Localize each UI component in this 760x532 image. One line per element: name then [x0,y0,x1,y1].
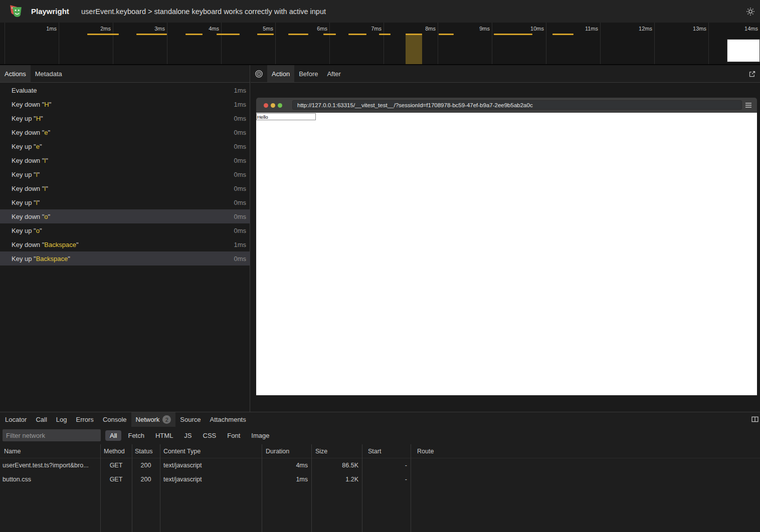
tab-before[interactable]: Before [294,65,322,82]
page-url: http://127.0.0.1:63315/__vitest_test__/?… [297,102,533,108]
trace-title: userEvent.keyboard > standalone keyboard… [81,0,326,23]
timeline-tick-label: 11ms [571,26,598,32]
actions-panel: ActionsMetadata Evaluate1msKey down "H"1… [0,65,250,412]
action-title: Key down "l" [12,157,48,164]
action-row[interactable]: Key down "e"0ms [0,125,250,139]
timeline-gridline [438,23,438,64]
timeline-gridline [329,23,330,64]
network-cell: GET [100,462,132,469]
tab-network[interactable]: Network2 [131,412,176,427]
timeline-tick-label: 1ms [30,26,57,32]
timeline-gridline [167,23,167,64]
action-title: Key down "Backspace" [12,241,79,248]
action-row[interactable]: Key down "o"0ms [0,209,250,223]
tab-attachments[interactable]: Attachments [205,412,250,427]
action-duration: 1ms [234,241,246,248]
filter-pill-js[interactable]: JS [179,430,196,441]
tab-label: Action [272,70,290,78]
filter-pill-css[interactable]: CSS [199,430,221,441]
tab-locator[interactable]: Locator [1,412,31,427]
timeline[interactable]: 1ms2ms3ms4ms5ms6ms7ms8ms9ms10ms11ms12ms1… [0,23,760,65]
timeline-tick-label: 8ms [409,26,436,32]
filter-pill-font[interactable]: Font [223,430,245,441]
action-title: Key down "o" [12,213,50,220]
filter-pill-image[interactable]: Image [247,430,274,441]
action-row[interactable]: Key up "e"0ms [0,139,250,153]
network-cell: userEvent.test.ts?import&bro... [0,462,100,469]
tab-action[interactable]: Action [267,65,294,82]
action-row[interactable]: Key up "Backspace"0ms [0,251,250,265]
action-row[interactable]: Key down "l"0ms [0,153,250,167]
tab-label: Metadata [35,70,62,78]
timeline-gridline [113,23,113,64]
tab-console[interactable]: Console [98,412,131,427]
action-duration: 0ms [234,199,246,206]
network-cell: 200 [132,462,160,469]
action-key: l [44,157,46,164]
page-text-input[interactable] [256,113,316,120]
tab-metadata[interactable]: Metadata [31,65,67,82]
action-row[interactable]: Key down "l"0ms [0,181,250,195]
action-title: Key up "e" [12,143,42,150]
timeline-action-dash [257,34,274,35]
action-row[interactable]: Key up "l"0ms [0,167,250,181]
tab-label: Attachments [210,416,246,423]
tab-call[interactable]: Call [31,412,51,427]
tab-after[interactable]: After [322,65,345,82]
action-row[interactable]: Key down "Backspace"1ms [0,237,250,251]
actions-tab-bar: ActionsMetadata [0,65,250,83]
action-duration: 0ms [234,157,246,164]
timeline-action-dash [552,34,574,35]
timeline-gridline [221,23,222,64]
network-cell: - [362,462,411,469]
network-cell: 200 [132,476,160,483]
minimize-traffic-light [271,103,275,108]
action-title: Key up "Backspace" [12,255,70,262]
tab-errors[interactable]: Errors [71,412,98,427]
open-external-icon[interactable] [744,65,760,82]
action-row[interactable]: Evaluate1ms [0,83,250,97]
tab-source[interactable]: Source [175,412,205,427]
close-traffic-light [264,103,268,108]
action-title: Key down "H" [12,101,51,108]
filter-pill-html[interactable]: HTML [151,430,177,441]
action-key: l [44,185,46,192]
split-view-icon[interactable] [751,415,759,423]
app-name: Playwright [31,0,69,23]
action-title: Key up "H" [12,115,43,122]
network-request-row[interactable]: userEvent.test.ts?import&bro...GET200tex… [0,458,760,472]
action-row[interactable]: Key up "o"0ms [0,223,250,237]
action-key: l [36,199,38,206]
tab-label: After [327,70,340,78]
snapshot-panel: ActionBeforeAfter http://127.0.0.1:63315… [251,65,760,412]
timeline-gridline [600,23,601,64]
timeline-action-dash [406,34,422,35]
pick-locator-target-icon[interactable] [251,65,267,82]
timeline-film-frame [727,39,760,62]
filter-pill-all[interactable]: All [105,430,121,441]
action-row[interactable]: Key up "l"0ms [0,195,250,209]
action-row[interactable]: Key down "H"1ms [0,97,250,111]
column-header: Route [411,448,760,455]
filter-pill-fetch[interactable]: Fetch [123,430,149,441]
timeline-selection-range [406,34,422,64]
playwright-trace-viewer: Playwright userEvent.keyboard > standalo… [0,0,760,532]
network-filter-input[interactable] [3,429,101,441]
maximize-traffic-light [278,103,282,108]
settings-gear-icon[interactable] [746,7,755,16]
action-key: o [36,227,40,234]
network-cell: text/javascript [160,476,262,483]
network-request-row[interactable]: button.cssGET200text/javascript1ms1.2K- [0,472,760,486]
tab-label: Source [180,416,201,423]
snapshot-page [256,113,757,395]
timeline-action-dash [136,34,167,35]
action-row[interactable]: Key up "H"0ms [0,111,250,125]
column-separator [262,444,262,532]
action-duration: 0ms [234,227,246,234]
tab-log[interactable]: Log [52,412,72,427]
network-cell: 4ms [262,462,311,469]
timeline-action-dash [323,34,336,35]
timeline-gridline [384,23,384,64]
timeline-action-dash [288,34,308,35]
tab-actions[interactable]: Actions [0,65,31,82]
